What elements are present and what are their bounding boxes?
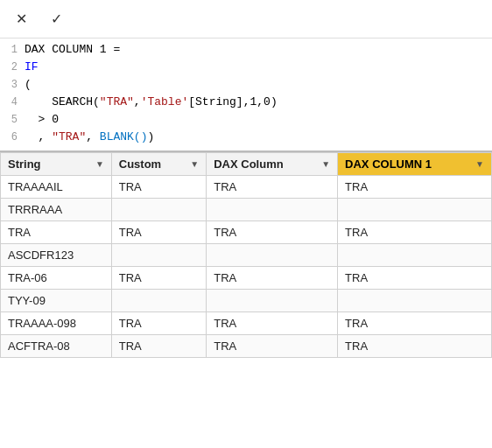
code-token: > 0	[25, 113, 59, 126]
table-row[interactable]: TRAAAA-098TRATRATRA	[1, 312, 492, 335]
confirm-button[interactable]: ✓	[42, 5, 70, 33]
table-cell	[111, 199, 206, 221]
table-row[interactable]: TRA-06TRATRATRA	[1, 267, 492, 290]
table-cell: TRA	[338, 312, 492, 335]
table-cell: TRA	[207, 335, 338, 358]
column-header-string[interactable]: String▼	[1, 153, 112, 176]
line-number: 4	[0, 96, 25, 108]
line-content: , "TRA", BLANK())	[25, 130, 492, 144]
code-line: 6 , "TRA", BLANK())	[0, 130, 492, 147]
table-cell	[207, 244, 338, 267]
dropdown-arrow-icon[interactable]: ▼	[190, 159, 199, 169]
code-token: BLANK()	[100, 130, 148, 144]
dropdown-arrow-icon[interactable]: ▼	[95, 159, 104, 169]
code-token: [String],1,0)	[188, 95, 277, 108]
code-token: ,	[25, 130, 52, 144]
table-cell: ACFTRA-08	[1, 335, 112, 358]
code-token: DAX COLUMN 1 =	[25, 43, 120, 56]
table-cell	[338, 290, 492, 312]
table-cell: TRRRAAA	[1, 199, 112, 221]
code-line: 5 > 0	[0, 112, 492, 130]
code-token: ,	[134, 95, 141, 108]
code-line: 2IF	[0, 60, 492, 77]
line-number: 2	[0, 61, 25, 74]
code-line: 1DAX COLUMN 1 =	[0, 42, 492, 60]
table-cell: TRA	[111, 221, 206, 244]
column-label: DAX COLUMN 1	[345, 158, 432, 171]
table-cell: TRA	[207, 176, 338, 199]
table-cell	[111, 244, 206, 267]
code-line: 4 SEARCH("TRA",'Table'[String],1,0)	[0, 94, 492, 112]
table-cell: TRAAAAIL	[1, 176, 112, 199]
table-cell: TRA	[111, 176, 206, 199]
table-row[interactable]: TRATRATRATRA	[1, 221, 492, 244]
table-cell	[338, 244, 492, 267]
code-line: 3(	[0, 77, 492, 94]
table-cell: TRA	[111, 312, 206, 335]
table-cell: TRA	[338, 335, 492, 358]
dropdown-arrow-icon[interactable]: ▼	[321, 159, 330, 169]
column-header-custom[interactable]: Custom▼	[111, 153, 206, 176]
line-content: (	[25, 78, 492, 91]
table-cell: TRA	[338, 267, 492, 290]
data-table: String▼Custom▼DAX Column▼DAX COLUMN 1▼TR…	[0, 152, 492, 358]
table-row[interactable]: ASCDFR123	[1, 244, 492, 267]
column-label: String	[8, 158, 41, 171]
code-token: "TRA"	[52, 130, 86, 144]
column-header-dax-column[interactable]: DAX Column▼	[207, 153, 338, 176]
table-cell	[207, 290, 338, 312]
line-number: 1	[0, 44, 25, 56]
column-label: Custom	[119, 158, 161, 171]
line-content: IF	[25, 60, 492, 74]
line-content: SEARCH("TRA",'Table'[String],1,0)	[25, 95, 492, 108]
code-token: (	[25, 78, 32, 91]
table-cell: TRA	[338, 221, 492, 244]
line-number: 6	[0, 131, 25, 144]
code-token: SEARCH(	[25, 95, 100, 108]
table-row[interactable]: TYY-09	[1, 290, 492, 312]
table-cell	[111, 290, 206, 312]
code-token: ,	[86, 130, 100, 144]
code-token: )	[147, 130, 154, 144]
cancel-button[interactable]: ✕	[7, 5, 35, 33]
toolbar: ✕ ✓	[0, 0, 492, 38]
dropdown-arrow-icon[interactable]: ▼	[475, 159, 484, 169]
table-row[interactable]: TRAAAAILTRATRATRA	[1, 176, 492, 199]
table-cell: TRA	[207, 312, 338, 335]
table-cell	[338, 199, 492, 221]
table-cell: TRA	[111, 335, 206, 358]
code-token: IF	[25, 60, 39, 74]
table-container[interactable]: String▼Custom▼DAX Column▼DAX COLUMN 1▼TR…	[0, 152, 492, 448]
line-content: > 0	[25, 113, 492, 126]
table-cell	[207, 199, 338, 221]
table-cell: TRAAAA-098	[1, 312, 112, 335]
column-header-dax-column-1[interactable]: DAX COLUMN 1▼	[338, 153, 492, 176]
table-cell: TRA-06	[1, 267, 112, 290]
code-token: 'Table'	[141, 95, 189, 108]
table-cell: TRA	[207, 267, 338, 290]
main-content: 1DAX COLUMN 1 =2IF3(4 SEARCH("TRA",'Tabl…	[0, 38, 492, 448]
line-number: 5	[0, 114, 25, 126]
table-row[interactable]: ACFTRA-08TRATRATRA	[1, 335, 492, 358]
table-cell: ASCDFR123	[1, 244, 112, 267]
code-editor: 1DAX COLUMN 1 =2IF3(4 SEARCH("TRA",'Tabl…	[0, 38, 492, 152]
table-row[interactable]: TRRRAAA	[1, 199, 492, 221]
table-cell: TRA	[207, 221, 338, 244]
table-cell: TRA	[338, 176, 492, 199]
table-cell: TRA	[111, 267, 206, 290]
line-number: 3	[0, 79, 25, 91]
table-cell: TRA	[1, 221, 112, 244]
table-cell: TYY-09	[1, 290, 112, 312]
column-label: DAX Column	[214, 158, 283, 171]
code-token: "TRA"	[100, 95, 134, 108]
line-content: DAX COLUMN 1 =	[25, 43, 492, 56]
